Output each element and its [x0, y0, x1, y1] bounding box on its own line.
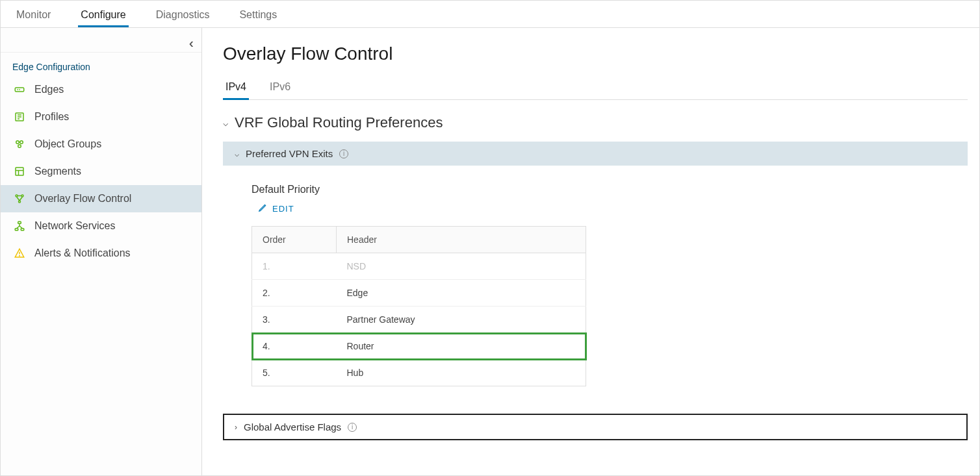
sidebar-item-label: Alerts & Notifications [34, 247, 131, 259]
sidebar-item-segments[interactable]: Segments [1, 158, 201, 185]
svg-point-15 [19, 201, 21, 203]
subtab-ipv6[interactable]: IPv6 [267, 76, 293, 99]
profiles-icon [14, 111, 25, 123]
svg-point-13 [16, 195, 18, 197]
table-row[interactable]: 3.Partner Gateway [252, 307, 586, 333]
svg-rect-10 [16, 168, 23, 175]
svg-rect-19 [18, 221, 21, 223]
sidebar-item-overlay-flow-control[interactable]: Overlay Flow Control [1, 185, 201, 212]
svg-point-8 [20, 141, 23, 144]
svg-line-17 [19, 197, 23, 201]
cell-header: Hub [337, 360, 586, 386]
table-row[interactable]: 1.NSD [252, 253, 586, 280]
cell-order: 3. [252, 307, 337, 333]
chevron-down-icon: ⌵ [235, 149, 239, 158]
table-row[interactable]: 4.Router [252, 333, 586, 360]
cell-header: Partner Gateway [337, 307, 586, 333]
info-icon[interactable]: i [339, 149, 348, 158]
subtab-ipv4[interactable]: IPv4 [223, 76, 249, 100]
sidebar-item-label: Object Groups [34, 138, 101, 150]
default-priority-title: Default Priority [251, 184, 939, 195]
svg-point-26 [19, 255, 20, 256]
panel-title: Preferred VPN Exits [246, 148, 333, 159]
sidebar-item-label: Segments [34, 166, 81, 177]
edges-icon [14, 84, 25, 95]
subtabs: IPv4 IPv6 [223, 76, 968, 100]
svg-point-9 [18, 145, 21, 148]
sidebar-item-network-services[interactable]: Network Services [1, 212, 201, 240]
sidebar-item-profiles[interactable]: Profiles [1, 103, 201, 131]
tab-settings[interactable]: Settings [237, 9, 279, 27]
priority-table: Order Header 1.NSD2.Edge3.Partner Gatewa… [251, 226, 586, 386]
sidebar-section-title: Edge Configuration [1, 53, 201, 76]
table-row[interactable]: 2.Edge [252, 280, 586, 307]
sidebar-item-label: Edges [34, 84, 64, 95]
tab-monitor[interactable]: Monitor [14, 9, 53, 27]
svg-point-7 [16, 141, 19, 144]
cell-order: 4. [252, 333, 337, 360]
svg-rect-20 [15, 229, 18, 231]
cell-order: 2. [252, 280, 337, 307]
chevron-right-icon: › [235, 423, 237, 432]
sidebar-item-edges[interactable]: Edges [1, 76, 201, 103]
svg-point-14 [21, 195, 23, 197]
main-content: Overlay Flow Control IPv4 IPv6 ⌵ VRF Glo… [202, 28, 979, 475]
sidebar-item-label: Network Services [34, 220, 115, 232]
edit-label: EDIT [272, 204, 294, 214]
table-row[interactable]: 5.Hub [252, 360, 586, 386]
page-title: Overlay Flow Control [223, 44, 968, 64]
cell-order: 5. [252, 360, 337, 386]
cell-header: NSD [337, 253, 586, 280]
svg-line-16 [17, 197, 20, 201]
pencil-icon [258, 203, 267, 214]
network-services-icon [14, 220, 25, 232]
col-header: Header [337, 227, 586, 253]
svg-rect-21 [21, 229, 24, 231]
alerts-icon [14, 247, 25, 259]
object-groups-icon [14, 138, 25, 150]
overlay-flow-icon [14, 193, 25, 205]
cell-header: Router [337, 333, 586, 360]
sidebar-item-alerts[interactable]: Alerts & Notifications [1, 240, 201, 267]
panel-preferred-vpn-exits[interactable]: ⌵ Preferred VPN Exits i [223, 142, 968, 166]
info-icon[interactable]: i [348, 423, 357, 432]
cell-order: 1. [252, 253, 337, 280]
sidebar-item-label: Profiles [34, 111, 69, 123]
chevron-down-icon: ⌵ [223, 118, 228, 128]
section-vrf-header[interactable]: ⌵ VRF Global Routing Preferences [223, 114, 968, 131]
sidebar-item-object-groups[interactable]: Object Groups [1, 131, 201, 158]
segments-icon [14, 166, 25, 177]
collapse-sidebar-icon[interactable]: ‹‹ [189, 36, 190, 51]
edit-button[interactable]: EDIT [258, 203, 294, 214]
tab-diagnostics[interactable]: Diagnostics [153, 9, 213, 27]
sidebar: ‹‹ Edge Configuration Edges Profiles O [1, 28, 202, 475]
panel-title: Global Advertise Flags [244, 421, 341, 432]
panel-global-advertise-flags[interactable]: › Global Advertise Flags i [223, 414, 968, 440]
top-tabs: Monitor Configure Diagnostics Settings [1, 1, 979, 28]
tab-configure[interactable]: Configure [78, 9, 128, 27]
cell-header: Edge [337, 280, 586, 307]
sidebar-item-label: Overlay Flow Control [34, 193, 131, 205]
col-order: Order [252, 227, 337, 253]
section-title-text: VRF Global Routing Preferences [235, 114, 443, 131]
